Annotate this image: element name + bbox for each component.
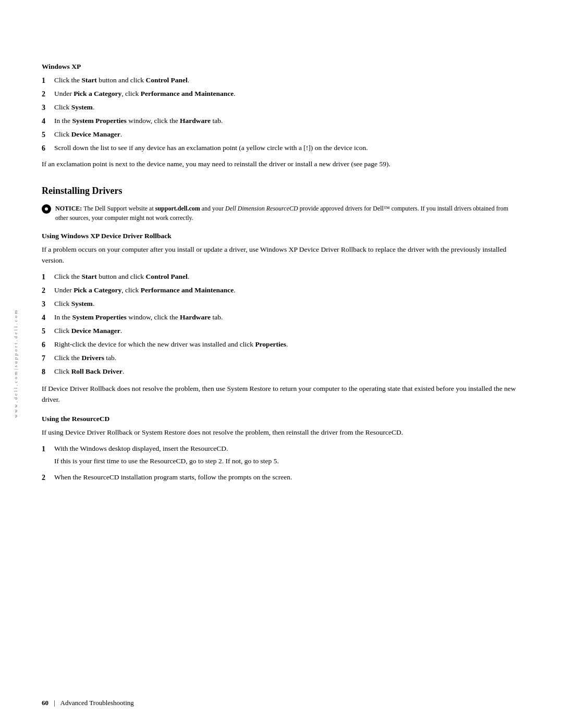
list-item: 8 Click Roll Back Driver.	[42, 366, 521, 377]
step-content: Scroll down the list to see if any devic…	[54, 143, 521, 154]
list-item: 1 Click the Start button and click Contr…	[42, 272, 521, 282]
list-item: 1 Click the Start button and click Contr…	[42, 75, 521, 86]
step-number: 6	[42, 143, 54, 154]
step-content: Under Pick a Category, click Performance…	[54, 89, 521, 100]
list-item: 5 Click Device Manager.	[42, 129, 521, 140]
resourcecd-heading: Using the ResourceCD	[42, 415, 521, 423]
step-content: Click Device Manager.	[54, 129, 521, 140]
footer: 60 | Advanced Troubleshooting	[0, 699, 563, 707]
resourcecd-intro: If using Device Driver Rollback or Syste…	[42, 427, 521, 438]
footer-page-number: 60	[42, 699, 48, 707]
step-number: 5	[42, 326, 54, 337]
step-number: 3	[42, 299, 54, 310]
step-number: 2	[42, 472, 54, 483]
step-content: In the System Properties window, click t…	[54, 116, 521, 127]
notice-icon	[42, 204, 51, 214]
step-number: 2	[42, 89, 54, 100]
step-number: 6	[42, 339, 54, 350]
step-content: In the System Properties window, click t…	[54, 312, 521, 323]
reinstalling-section: Reinstalling Drivers NOTICE: The Dell Su…	[42, 186, 521, 483]
step-number: 5	[42, 129, 54, 140]
notice-icon-inner	[45, 207, 48, 211]
rollback-heading: Using Windows XP Device Driver Rollback	[42, 232, 521, 240]
step-number: 4	[42, 312, 54, 323]
step-content: Click the Start button and click Control…	[54, 75, 521, 86]
list-item: 5 Click Device Manager.	[42, 326, 521, 337]
list-item: 2 Under Pick a Category, click Performan…	[42, 285, 521, 296]
windows-xp-heading: Windows XP	[42, 63, 521, 71]
list-item: 4 In the System Properties window, click…	[42, 116, 521, 127]
list-item: 3 Click System.	[42, 299, 521, 310]
side-watermark: w w w . d e l l . c o m | s u p p o r t …	[13, 310, 18, 418]
exclamation-para: If an exclamation point is next to the d…	[42, 159, 521, 170]
substep-text: If this is your first time to use the Re…	[54, 456, 521, 467]
step-content: Click Device Manager.	[54, 326, 521, 337]
list-item: 2 When the ResourceCD installation progr…	[42, 472, 521, 483]
step-number: 3	[42, 102, 54, 113]
list-item: 6 Right-click the device for which the n…	[42, 339, 521, 350]
step-content: With the Windows desktop displayed, inse…	[54, 443, 521, 470]
step-number: 8	[42, 366, 54, 377]
step-content: Right-click the device for which the new…	[54, 339, 521, 350]
footer-label: Advanced Troubleshooting	[60, 699, 134, 707]
step-content: When the ResourceCD installation program…	[54, 472, 521, 483]
list-item: 2 Under Pick a Category, click Performan…	[42, 89, 521, 100]
rollback-steps-list: 1 Click the Start button and click Contr…	[42, 272, 521, 377]
page-container: w w w . d e l l . c o m | s u p p o r t …	[0, 0, 563, 728]
step-number: 1	[42, 443, 54, 470]
footer-separator: |	[54, 699, 55, 707]
rollback-outro: If Device Driver Rollback does not resol…	[42, 384, 521, 405]
step-content: Click the Drivers tab.	[54, 353, 521, 364]
side-margin: w w w . d e l l . c o m | s u p p o r t …	[0, 0, 31, 728]
step-number: 7	[42, 353, 54, 364]
step-content: Under Pick a Category, click Performance…	[54, 285, 521, 296]
content-area: Windows XP 1 Click the Start button and …	[31, 0, 563, 728]
resourcecd-steps-list: 1 With the Windows desktop displayed, in…	[42, 443, 521, 483]
list-item: 7 Click the Drivers tab.	[42, 353, 521, 364]
step-number: 4	[42, 116, 54, 127]
step-number: 1	[42, 272, 54, 282]
step-content: Click System.	[54, 102, 521, 113]
step-content: Click the Start button and click Control…	[54, 272, 521, 282]
step-number: 2	[42, 285, 54, 296]
list-item: 3 Click System.	[42, 102, 521, 113]
notice-box: NOTICE: The Dell Support website at supp…	[42, 204, 521, 223]
reinstalling-title: Reinstalling Drivers	[42, 186, 521, 196]
step-number: 1	[42, 75, 54, 86]
list-item: 4 In the System Properties window, click…	[42, 312, 521, 323]
windows-xp-section: Windows XP 1 Click the Start button and …	[42, 63, 521, 170]
rollback-intro: If a problem occurs on your computer aft…	[42, 244, 521, 266]
step-content: Click System.	[54, 299, 521, 310]
step-content: Click Roll Back Driver.	[54, 366, 521, 377]
notice-text: NOTICE: The Dell Support website at supp…	[55, 204, 521, 223]
windows-xp-steps-list: 1 Click the Start button and click Contr…	[42, 75, 521, 154]
list-item: 1 With the Windows desktop displayed, in…	[42, 443, 521, 470]
list-item: 6 Scroll down the list to see if any dev…	[42, 143, 521, 154]
